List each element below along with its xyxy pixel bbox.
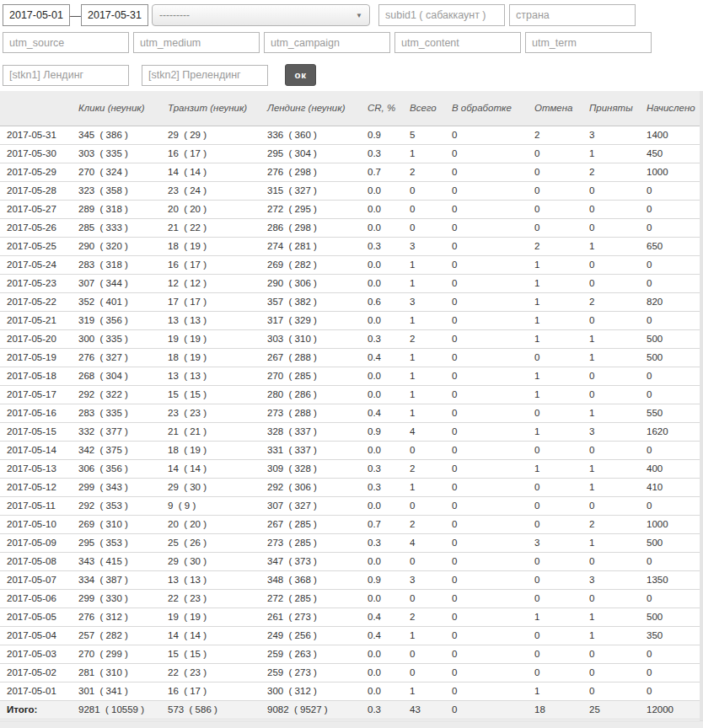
utm-content-input[interactable] <box>394 32 521 53</box>
value-cell: 29 ( 30 ) <box>168 479 267 497</box>
filter-dropdown[interactable]: --------- ▼ <box>152 4 370 26</box>
value-cell: 0 <box>452 682 534 701</box>
stkn2-prelanding-input[interactable] <box>142 65 268 86</box>
value-cell: 1620 <box>647 423 703 442</box>
value-cell: 410 <box>647 479 703 497</box>
value-cell: 0 <box>452 608 534 627</box>
row-label-cell: 2017-05-31 <box>0 126 78 145</box>
table-row: 2017-05-21319 ( 356 )13 ( 13 )317 ( 329 … <box>0 312 703 330</box>
value-cell: 18 ( 19 ) <box>168 238 267 256</box>
value-cell: 0.3 <box>368 479 410 497</box>
value-cell: 2 <box>410 330 452 349</box>
value-cell: 0 <box>410 442 452 460</box>
value-cell: 286 ( 298 ) <box>267 219 368 238</box>
value-cell: 0.4 <box>368 349 410 367</box>
value-cell: 292 ( 353 ) <box>78 497 168 516</box>
table-row: 2017-05-18268 ( 304 )13 ( 13 )270 ( 285 … <box>0 367 703 386</box>
value-cell: 1 <box>410 256 452 275</box>
value-cell: 1000 <box>647 163 703 182</box>
value-cell: 0 <box>534 497 589 516</box>
value-cell: 0 <box>589 219 647 238</box>
value-cell: 0 <box>410 553 452 571</box>
value-cell: 274 ( 281 ) <box>267 238 368 256</box>
value-cell: 0 <box>647 367 703 386</box>
value-cell: 270 ( 285 ) <box>267 367 368 386</box>
value-cell: 0 <box>589 442 647 460</box>
value-cell: 0 <box>589 590 647 608</box>
value-cell: 0 <box>410 497 452 516</box>
subid1-input[interactable] <box>378 4 505 26</box>
value-cell: 0 <box>589 367 647 386</box>
value-cell: 2 <box>410 163 452 182</box>
utm-term-input[interactable] <box>525 32 652 53</box>
table-row: 2017-05-09295 ( 353 )25 ( 26 )273 ( 285 … <box>0 534 703 553</box>
value-cell: 290 ( 320 ) <box>78 238 168 256</box>
value-cell: 332 ( 377 ) <box>78 423 168 442</box>
value-cell: 0 <box>452 256 534 275</box>
value-cell: 0 <box>452 460 534 479</box>
table-row: 2017-05-31345 ( 386 )29 ( 29 )336 ( 360 … <box>0 126 703 145</box>
value-cell: 334 ( 387 ) <box>78 571 168 590</box>
col-header-cr: CR, % <box>368 91 410 126</box>
value-cell: 0.0 <box>368 590 410 608</box>
value-cell: 0 <box>534 590 589 608</box>
value-cell: 550 <box>647 404 703 423</box>
value-cell: 280 ( 286 ) <box>267 386 368 404</box>
value-cell: 500 <box>647 534 703 553</box>
value-cell: 0.0 <box>368 367 410 386</box>
right-edge-strip <box>700 91 703 728</box>
value-cell: 0 <box>452 664 534 682</box>
value-cell: 1 <box>534 608 589 627</box>
row-label-cell: 2017-05-30 <box>0 145 78 163</box>
table-row: 2017-05-16283 ( 335 )23 ( 23 )273 ( 288 … <box>0 404 703 423</box>
value-cell: 1 <box>589 608 647 627</box>
table-row: 2017-05-26285 ( 333 )21 ( 22 )286 ( 298 … <box>0 219 703 238</box>
filter-row-main: — --------- ▼ <box>3 4 700 26</box>
utm-source-input[interactable] <box>3 32 129 53</box>
date-to-input[interactable] <box>81 4 148 26</box>
ok-button[interactable]: ок <box>285 64 316 86</box>
value-cell: 345 ( 386 ) <box>78 126 168 145</box>
value-cell: 0.3 <box>368 701 410 720</box>
value-cell: 1 <box>410 404 452 423</box>
col-header-credited: Начислено <box>647 91 703 126</box>
value-cell: 0 <box>589 275 647 293</box>
value-cell: 29 ( 30 ) <box>168 553 267 571</box>
table-row: 2017-05-27289 ( 318 )20 ( 20 )272 ( 295 … <box>0 201 703 219</box>
value-cell: 299 ( 330 ) <box>78 590 168 608</box>
value-cell: 1 <box>589 145 647 163</box>
table-row: 2017-05-28323 ( 358 )23 ( 24 )315 ( 327 … <box>0 182 703 201</box>
row-label-cell: 2017-05-05 <box>0 608 78 627</box>
value-cell: 331 ( 337 ) <box>267 442 368 460</box>
value-cell: 0.7 <box>368 163 410 182</box>
table-row: 2017-05-20300 ( 335 )19 ( 19 )303 ( 310 … <box>0 330 703 349</box>
stkn1-landing-input[interactable] <box>3 65 129 86</box>
value-cell: 1 <box>534 367 589 386</box>
value-cell: 2 <box>410 516 452 534</box>
value-cell: 0 <box>410 664 452 682</box>
value-cell: 276 ( 312 ) <box>78 608 168 627</box>
value-cell: 319 ( 356 ) <box>78 312 168 330</box>
row-label-cell: 2017-05-10 <box>0 516 78 534</box>
value-cell: 306 ( 356 ) <box>78 460 168 479</box>
col-header-total: Всего <box>410 91 452 126</box>
utm-campaign-input[interactable] <box>264 32 390 53</box>
row-label-cell: 2017-05-29 <box>0 163 78 182</box>
value-cell: 12 ( 12 ) <box>168 275 267 293</box>
value-cell: 342 ( 375 ) <box>78 442 168 460</box>
value-cell: 18 <box>534 701 589 720</box>
value-cell: 348 ( 368 ) <box>267 571 368 590</box>
value-cell: 0.0 <box>368 275 410 293</box>
value-cell: 276 ( 327 ) <box>78 349 168 367</box>
value-cell: 0.0 <box>368 386 410 404</box>
country-input[interactable] <box>509 4 636 26</box>
value-cell: 303 ( 310 ) <box>267 330 368 349</box>
value-cell: 0 <box>647 553 703 571</box>
value-cell: 1 <box>534 312 589 330</box>
value-cell: 0 <box>647 182 703 201</box>
row-label-cell: 2017-05-01 <box>0 682 78 701</box>
utm-medium-input[interactable] <box>133 32 260 53</box>
date-from-input[interactable] <box>3 4 70 26</box>
value-cell: 0 <box>410 182 452 201</box>
value-cell: 1 <box>534 682 589 701</box>
